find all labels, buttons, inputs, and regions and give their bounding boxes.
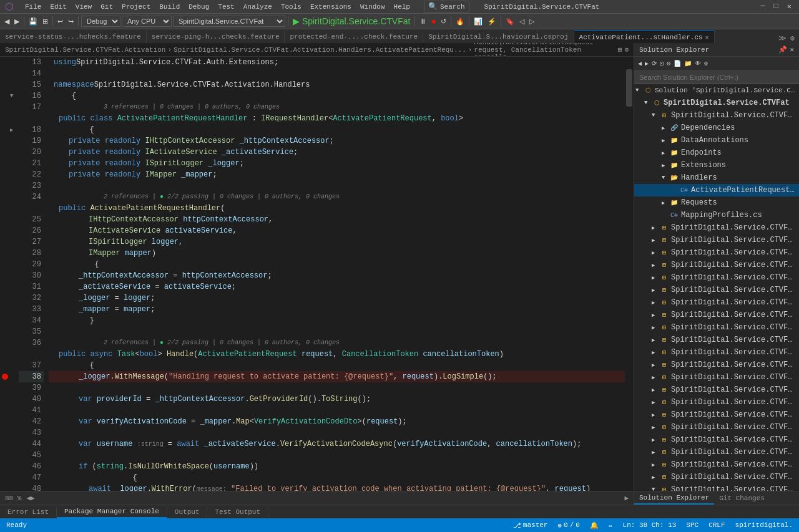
tree-aq-data[interactable]: ▶ ⊞ SpiritDigital.Service.CTVFat.AirQual…	[634, 284, 799, 296]
se-pin-btn[interactable]: 📌	[778, 46, 787, 54]
menu-tools[interactable]: Tools	[277, 2, 305, 12]
tab-close-btn[interactable]: ✕	[705, 34, 709, 41]
tab-service-status[interactable]: service-status-...hchecks.feature	[0, 31, 147, 43]
bookmark-prev-btn[interactable]: ◁	[517, 17, 526, 26]
restart-btn[interactable]: ↺	[439, 17, 448, 26]
save-all-btn[interactable]: ⊞	[41, 17, 50, 26]
se-back-btn[interactable]: ◀	[637, 59, 643, 68]
status-line-ending[interactable]: CRLF	[707, 521, 726, 529]
forward-btn[interactable]: ▶	[12, 17, 21, 26]
breadcrumb-settings-btn[interactable]: ⚙	[624, 46, 629, 54]
status-encoding[interactable]: SPC	[685, 521, 700, 529]
menu-analyze[interactable]: Analyze	[240, 2, 276, 12]
breadcrumb-project[interactable]: SpiritDigital.Service.CTVFat.Activation	[5, 46, 165, 54]
menu-view[interactable]: View	[72, 2, 96, 12]
tree-carer-data[interactable]: ▶ ⊞ SpiritDigital.Service.CTVFat.Carer.D…	[634, 384, 799, 396]
tree-carer[interactable]: ▶ ⊞ SpiritDigital.Service.CTVFat.Carer	[634, 371, 799, 384]
perf-btn[interactable]: 📊	[472, 17, 484, 26]
bookmark-next-btn[interactable]: ▷	[527, 17, 536, 26]
menu-git[interactable]: Git	[97, 2, 117, 12]
save-btn[interactable]: 💾	[27, 17, 39, 26]
tab-service-ping[interactable]: service-ping-h...checks.feature	[147, 31, 285, 43]
platform-dropdown[interactable]: Any CPU	[122, 16, 172, 27]
tree-dependencies[interactable]: ▶ 🔗 Dependencies	[634, 122, 799, 134]
back-btn[interactable]: ◀	[2, 17, 11, 26]
se-settings-btn[interactable]: ⚙	[703, 59, 709, 68]
menu-project[interactable]: Project	[118, 2, 154, 12]
tab-spirit-digital[interactable]: SpiritDigital.S...havioural.csproj	[423, 31, 574, 43]
status-ready[interactable]: Ready	[5, 521, 28, 529]
tree-main-project[interactable]: ▼ ⬡ SpiritDigital.Service.CTVFat	[634, 97, 799, 109]
menu-test[interactable]: Test	[214, 2, 238, 12]
se-new-file-btn[interactable]: 📄	[672, 59, 682, 68]
tree-carer-data-test[interactable]: ▶ ⊞ SpiritDigital.Service.CTVFat.Carer.D…	[634, 396, 799, 409]
menu-extensions[interactable]: Extensions	[306, 2, 355, 12]
stop-btn[interactable]: ■	[429, 17, 438, 26]
tree-act-test[interactable]: ▶ ⊞ SpiritDigital.Service.CTVFat.Activat…	[634, 259, 799, 271]
status-git-branch[interactable]: ⎇ master	[512, 521, 549, 530]
tree-act-data[interactable]: ▶ ⊞ SpiritDigital.Service.CTVFat.Activat…	[634, 221, 799, 234]
tree-auth[interactable]: ▶ ⊞ SpiritDigital.Service.CTVFat.Auth	[634, 321, 799, 334]
scroll-thumb[interactable]	[626, 69, 632, 107]
panel-tab-output[interactable]: Output	[167, 506, 208, 518]
undo-btn[interactable]: ↩	[56, 17, 65, 26]
startup-project-dropdown[interactable]: SpiritDigital.Service.CTVFat	[173, 16, 285, 27]
se-sync-btn[interactable]: ⟳	[650, 59, 658, 68]
se-new-folder-btn[interactable]: 📁	[683, 59, 693, 68]
code-content[interactable]: using SpiritDigital.Service.CTVFat.Auth.…	[49, 57, 625, 491]
maximize-btn[interactable]: □	[772, 2, 781, 11]
minimize-btn[interactable]: ─	[758, 2, 767, 11]
tree-carer-dto[interactable]: ▶ ⊞ SpiritDigital.Service.CTVFat.Carer.D…	[634, 409, 799, 421]
panel-tab-test-output[interactable]: Test Output	[207, 506, 268, 518]
breadcrumb-namespace[interactable]: SpiritDigital.Service.CTVFat.Activation.…	[174, 46, 466, 54]
tree-extensions[interactable]: ▶ 📁 Extensions	[634, 159, 799, 172]
menu-debug[interactable]: Debug	[185, 2, 213, 12]
tree-aq-test[interactable]: ▶ ⊞ SpiritDigital.Service.CTVFat.AirQual…	[634, 309, 799, 321]
status-position[interactable]: Ln: 38 Ch: 13	[622, 521, 678, 529]
menu-window[interactable]: Window	[356, 2, 389, 12]
pause-btn[interactable]: ⏸	[418, 17, 428, 26]
menu-build[interactable]: Build	[155, 2, 184, 12]
menu-file[interactable]: File	[21, 2, 45, 12]
se-tab-solution-explorer[interactable]: Solution Explorer	[634, 492, 714, 505]
se-filter-btn[interactable]: ⊡	[659, 59, 665, 68]
tree-requests[interactable]: ▶ 📁 Requests	[634, 196, 799, 209]
status-notification[interactable]: 🔔	[589, 521, 600, 530]
se-close-btn[interactable]: ✕	[790, 46, 794, 54]
tab-protected-end[interactable]: protected-end-....check.feature	[285, 31, 423, 43]
breadcrumb-method[interactable]: Handle(ActivatePatientRequest request, C…	[474, 43, 617, 57]
tab-overflow-btn[interactable]: ≫	[777, 34, 788, 43]
tree-edu-tests-behav[interactable]: ▼ ⊞ SpiritDigital.Service.CTVFat.Educati…	[634, 483, 799, 491]
scroll-left-btn[interactable]: ◀	[26, 494, 31, 502]
scroll-right-btn[interactable]: ▶	[31, 494, 35, 502]
fold-16[interactable]: ▼	[10, 90, 19, 102]
tree-dto[interactable]: ▶ ⊞ SpiritDigital.Service.CTVFat.Dto	[634, 421, 799, 433]
close-btn[interactable]: ✕	[785, 2, 794, 11]
debug-config-dropdown[interactable]: Debug	[81, 16, 120, 27]
se-forward-btn[interactable]: ▶	[644, 59, 650, 68]
panel-tab-error-list[interactable]: Error List	[0, 506, 57, 518]
tree-act-dto[interactable]: ▶ ⊞ SpiritDigital.Service.CTVFat.Activat…	[634, 246, 799, 259]
se-tab-git-changes[interactable]: Git Changes	[714, 493, 770, 504]
se-collapse-btn[interactable]: ⊖	[665, 59, 672, 68]
menu-help[interactable]: Help	[390, 2, 414, 12]
se-show-all-btn[interactable]: 👁	[694, 59, 702, 68]
tree-aq-dto[interactable]: ▶ ⊞ SpiritDigital.Service.CTVFat.AirQual…	[634, 296, 799, 309]
status-spiritdigital[interactable]: spiritdigital.	[734, 521, 794, 529]
tree-endpoints[interactable]: ▶ 📁 Endpoints	[634, 147, 799, 159]
breadcrumb-expand-btn[interactable]: ⊞	[618, 46, 622, 54]
hot-reload-btn[interactable]: 🔥	[454, 17, 466, 26]
tree-edu-test[interactable]: ▶ ⊞ SpiritDigital.Service.CTVFat.Educati…	[634, 471, 799, 483]
menu-edit[interactable]: Edit	[46, 2, 70, 12]
tree-edu-dto[interactable]: ▶ ⊞ SpiritDigital.Service.CTVFat.Educati…	[634, 458, 799, 471]
tree-data-annotations[interactable]: ▶ 📁 DataAnnotations	[634, 134, 799, 147]
tab-settings-btn[interactable]: ⚙	[788, 34, 797, 43]
status-pencil[interactable]: ✏	[607, 521, 614, 530]
tab-activate-patient[interactable]: ActivatePatient...stHandler.cs ✕	[574, 31, 715, 43]
panel-tab-pkg-manager[interactable]: Package Manager Console	[57, 506, 167, 518]
tree-solution[interactable]: ▼ ⬡ Solution 'SpiritDigital.Service.CTVF…	[634, 84, 799, 97]
tree-auth-ext[interactable]: ▶ ⊞ SpiritDigital.Service.CTVFat.Auth.Ex…	[634, 359, 799, 371]
se-search-input[interactable]	[639, 74, 794, 81]
tree-mapping[interactable]: C# MappingProfiles.cs	[634, 209, 799, 221]
tree-auth-dto[interactable]: ▶ ⊞ SpiritDigital.Service.CTVFat.Auth.Dt…	[634, 346, 799, 359]
